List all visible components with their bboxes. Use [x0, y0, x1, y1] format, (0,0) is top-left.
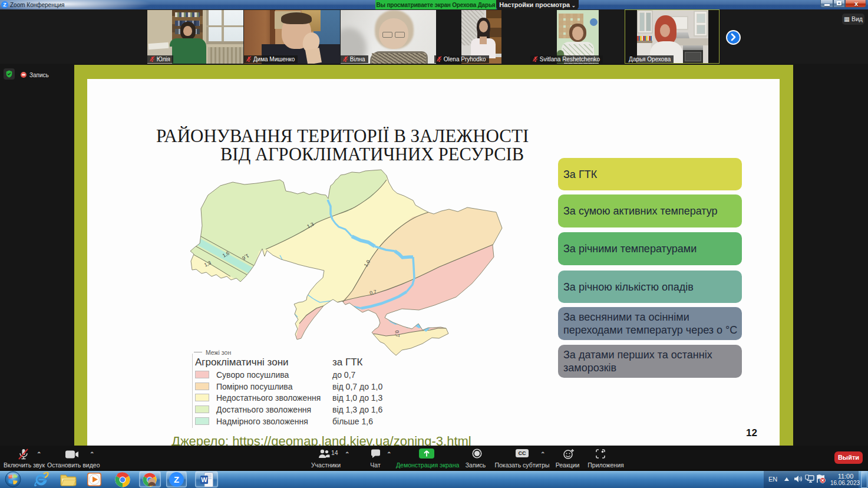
svg-text:W: W — [201, 476, 207, 483]
svg-text:0,7: 0,7 — [394, 330, 401, 338]
